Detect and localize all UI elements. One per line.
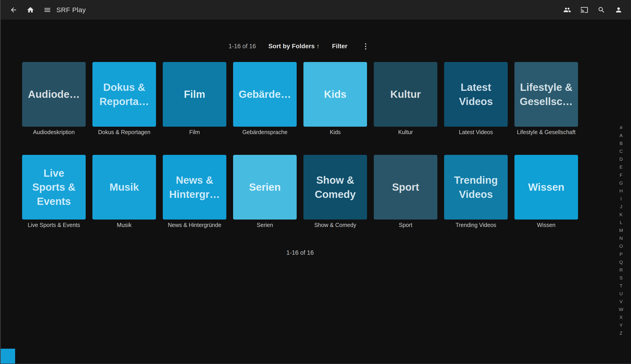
alphabet-letter[interactable]: N (615, 234, 628, 242)
folder-tile[interactable]: News & Hintergr… (163, 155, 226, 220)
folder-tile-label: News & Hintergr… (169, 173, 220, 201)
alphabet-letter[interactable]: G (615, 179, 628, 187)
folder-tile-label: Gebärde… (239, 87, 291, 101)
alphabet-letter[interactable]: V (615, 298, 628, 306)
folder-tile-label: Musik (110, 180, 139, 194)
alphabet-picker: #ABCDEFGHIJKLMNOPQRSTUVWXYZ (615, 124, 628, 337)
folder-tile[interactable]: Live Sports & Events (22, 155, 86, 220)
alphabet-letter[interactable]: T (615, 282, 628, 290)
alphabet-letter[interactable]: E (615, 163, 628, 171)
folder-tile-label: Live Sports & Events (32, 166, 76, 208)
page-title: SRF Play (56, 6, 86, 14)
folder-caption[interactable]: Show & Comedy (304, 222, 367, 228)
library-card: Kultur Kultur (374, 62, 437, 136)
library-card: Gebärde… Gebärdensprache (233, 62, 297, 136)
folder-tile-label: Latest Videos (459, 80, 493, 108)
alphabet-letter[interactable]: Y (615, 321, 628, 329)
alphabet-letter[interactable]: K (615, 210, 628, 218)
library-card: Film Film (163, 62, 226, 136)
library-card: Live Sports & Events Live Sports & Event… (22, 155, 86, 228)
alphabet-letter[interactable]: U (615, 290, 628, 298)
syncplay-button[interactable] (563, 6, 571, 14)
user-button[interactable] (614, 6, 623, 14)
library-card: News & Hintergr… News & Hintergründe (163, 155, 226, 228)
folder-grid: Audiode… Audiodeskription Dokus & Report… (22, 62, 578, 228)
folder-tile[interactable]: Serien (233, 155, 297, 220)
alphabet-letter[interactable]: L (615, 218, 628, 226)
folder-caption[interactable]: Audiodeskription (22, 129, 86, 136)
folder-tile[interactable]: Trending Videos (444, 155, 508, 220)
library-card: Latest Videos Latest Videos (444, 62, 508, 136)
app-bar-right (563, 6, 623, 14)
folder-caption[interactable]: Dokus & Reportagen (92, 129, 156, 136)
home-icon (26, 6, 34, 14)
folder-tile[interactable]: Sport (374, 155, 437, 220)
corner-marker (1, 349, 15, 364)
cast-button[interactable] (580, 6, 588, 14)
alphabet-letter[interactable]: W (615, 306, 628, 313)
folder-caption[interactable]: Sport (374, 222, 437, 228)
folder-tile[interactable]: Wissen (514, 155, 578, 220)
folder-caption[interactable]: Trending Videos (444, 222, 508, 228)
alphabet-letter[interactable]: C (615, 147, 628, 155)
folder-tile[interactable]: Film (163, 62, 226, 127)
folder-caption[interactable]: Lifestyle & Gesellschaft (514, 129, 578, 136)
folder-tile-label: Show & Comedy (315, 173, 356, 201)
alphabet-letter[interactable]: A (615, 132, 628, 139)
folder-caption[interactable]: Kultur (374, 129, 437, 136)
alphabet-letter[interactable]: X (615, 313, 628, 321)
folder-tile-label: Kultur (390, 87, 421, 101)
alphabet-letter[interactable]: O (615, 242, 628, 250)
footer-item-count: 1-16 of 16 (22, 249, 578, 256)
alphabet-letter[interactable]: J (615, 202, 628, 210)
folder-caption[interactable]: Kids (304, 129, 367, 136)
folder-caption[interactable]: Gebärdensprache (233, 129, 297, 136)
folder-tile[interactable]: Gebärde… (233, 62, 297, 127)
folder-tile[interactable]: Dokus & Reporta… (92, 62, 156, 127)
alphabet-letter[interactable]: # (615, 124, 628, 132)
folder-caption[interactable]: News & Hintergründe (163, 222, 226, 228)
folder-tile[interactable]: Latest Videos (444, 62, 508, 127)
alphabet-letter[interactable]: I (615, 195, 628, 202)
item-count: 1-16 of 16 (228, 43, 256, 50)
library-card: Audiode… Audiodeskription (22, 62, 86, 136)
folder-caption[interactable]: Wissen (514, 222, 578, 228)
folder-caption[interactable]: Film (163, 129, 226, 136)
search-button[interactable] (598, 6, 606, 14)
search-icon (598, 6, 605, 14)
alphabet-letter[interactable]: M (615, 226, 628, 234)
folder-caption[interactable]: Serien (233, 222, 297, 228)
folder-caption[interactable]: Live Sports & Events (22, 222, 86, 228)
library-card: Dokus & Reporta… Dokus & Reportagen (92, 62, 156, 136)
folder-tile[interactable]: Audiode… (22, 62, 86, 127)
folder-tile[interactable]: Show & Comedy (304, 155, 367, 220)
folder-tile[interactable]: Kids (304, 62, 367, 127)
menu-button[interactable] (43, 6, 52, 14)
folder-caption[interactable]: Musik (92, 222, 156, 228)
more-options-button[interactable]: ⋮ (360, 42, 372, 50)
alphabet-letter[interactable]: B (615, 139, 628, 147)
alphabet-letter[interactable]: D (615, 155, 628, 163)
app-bar: SRF Play (1, 0, 631, 20)
alphabet-letter[interactable]: R (615, 266, 628, 274)
library-card: Kids Kids (304, 62, 367, 136)
back-button[interactable] (10, 6, 18, 14)
alphabet-letter[interactable]: H (615, 187, 628, 195)
folder-tile[interactable]: Musik (92, 155, 156, 220)
alphabet-letter[interactable]: P (615, 250, 628, 258)
alphabet-letter[interactable]: Z (615, 329, 628, 337)
library-card: Show & Comedy Show & Comedy (304, 155, 367, 228)
library-card: Musik Musik (92, 155, 156, 228)
alphabet-letter[interactable]: Q (615, 258, 628, 266)
alphabet-letter[interactable]: F (615, 171, 628, 179)
folder-tile-label: Sport (392, 180, 419, 194)
filter-button[interactable]: Filter (332, 42, 348, 50)
alphabet-letter[interactable]: S (615, 274, 628, 282)
home-button[interactable] (26, 6, 34, 14)
folder-caption[interactable]: Latest Videos (444, 129, 508, 136)
folder-tile-label: Dokus & Reporta… (100, 80, 149, 108)
folder-tile[interactable]: Lifestyle & Gesellsc… (514, 62, 578, 127)
sort-button[interactable]: Sort by Folders ↑ (268, 42, 320, 50)
hamburger-menu-icon (44, 6, 51, 14)
folder-tile[interactable]: Kultur (374, 62, 437, 127)
